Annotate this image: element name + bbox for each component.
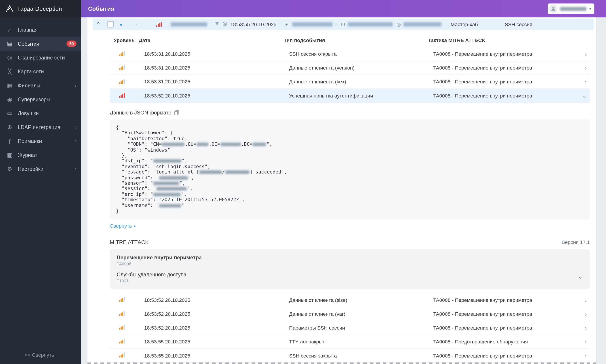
sidebar-item-branches[interactable]: ▦ Филиалы › <box>0 78 81 92</box>
sidebar-item-journal[interactable]: ▣ Журнал <box>0 148 81 162</box>
chevron-down-icon[interactable]: ⌄ <box>578 273 583 280</box>
event-date: 18:53:31 20.10.2025 <box>144 51 289 57</box>
sidebar-collapse-button[interactable]: << Свернуть <box>0 352 81 358</box>
ldap-globe-icon: ⊕ <box>6 124 13 130</box>
signal-level-icon <box>119 338 125 343</box>
chevron-right-icon[interactable]: › <box>575 311 590 317</box>
chevron-right-icon[interactable]: › <box>575 65 590 71</box>
event-date: 18:53:55 20.10.2025 <box>144 339 289 345</box>
chevron-right-icon[interactable]: › <box>575 78 590 85</box>
os-circle-icon: ◌ <box>335 22 338 27</box>
json-text: "username": " <box>116 203 159 208</box>
json-text: "timestamp": "2025-10-20T15:53:52.005822… <box>116 197 245 203</box>
sidebar-item-network-scan[interactable]: ◎ Сканирование сети <box>0 51 81 65</box>
event-type: Данные от клиента (var) <box>289 311 433 317</box>
app-root: Гарда Deception ⌂ Главная ▤ События 50 ◎… <box>0 0 606 364</box>
column-header-type: Тип подсобытия <box>284 38 428 43</box>
event-tactic: TA0008 - Перемещение внутри периметра <box>433 79 575 85</box>
supervisors-icon: ◉ <box>6 96 13 103</box>
chevron-right-icon[interactable]: › <box>575 297 590 303</box>
gear-icon: ⚙ <box>6 166 13 172</box>
chevron-right-icon[interactable]: › <box>575 338 590 345</box>
event-detail-card: ⌃ ● - 18:53:55 20.10.2025 ⊞ ◌ <box>88 17 596 364</box>
event-type: Успешная попытка аутентификации <box>289 93 433 99</box>
table-row[interactable]: 18:53:55 20.10.2025 SSH сессия закрыта T… <box>110 349 590 363</box>
status-dot-icon: ● <box>120 22 123 27</box>
parent-event-row[interactable]: ⌃ ● - 18:53:55 20.10.2025 ⊞ ◌ <box>93 19 594 30</box>
garda-logo-icon <box>5 5 14 13</box>
event-tactic: TA0008 - Перемещение внутри периметра <box>433 297 575 303</box>
json-line: "src_ip": "", <box>116 192 583 197</box>
monitor-icon: ⊡ <box>341 22 345 27</box>
empty-value-dash: - <box>135 22 137 27</box>
subevents-table-header: Уровень Дата Тип подсобытия Тактика MITR… <box>110 34 590 47</box>
chevron-right-icon[interactable]: › <box>575 325 590 331</box>
mitre-title: MITRE ATT&CK <box>110 239 149 245</box>
column-header-tactic: Тактика MITRE ATT&CK <box>428 38 575 43</box>
signal-level-icon <box>119 51 125 56</box>
redacted-value <box>199 171 222 174</box>
table-row[interactable]: 18:53:31 20.10.2025 SSH сессия открыта T… <box>110 47 590 61</box>
sidebar-item-supervisors[interactable]: ◉ Супервизоры <box>0 92 81 106</box>
content-area: ⌃ ● - 18:53:55 20.10.2025 ⊞ ◌ <box>81 17 606 364</box>
row-checkbox[interactable] <box>107 21 114 27</box>
event-type: Данные от клиента (version) <box>289 65 433 71</box>
collapse-row-chevron-up-icon[interactable]: ⌃ <box>96 21 101 28</box>
redacted-username <box>560 7 587 11</box>
json-line: "password": "", <box>116 175 583 181</box>
redacted-value <box>154 159 181 163</box>
sidebar-item-settings[interactable]: ⚙ Настройки › <box>0 162 81 176</box>
table-row[interactable]: 18:53:55 20.10.2025 TTY лог закрыт TA000… <box>110 335 590 349</box>
network-map-icon: ╳ <box>6 68 13 75</box>
redacted-value <box>225 171 249 174</box>
sidebar-item-network-map[interactable]: ╳ Карта сети <box>0 65 81 78</box>
user-menu[interactable]: ▾ <box>548 4 594 14</box>
redacted-value <box>154 193 181 196</box>
json-text: { <box>116 125 119 130</box>
event-tactic: TA0008 - Перемещение внутри периметра <box>433 311 575 317</box>
filter-funnel-icon[interactable] <box>215 22 219 27</box>
event-tactic: TA0005 - Предотвращение обнаружения <box>433 339 575 345</box>
json-text: }, <box>116 153 127 158</box>
chevron-right-icon[interactable]: › <box>575 51 590 57</box>
table-row[interactable]: 18:53:31 20.10.2025 Данные от клиента (k… <box>110 75 590 89</box>
radar-icon: ◎ <box>6 54 13 61</box>
column-header-date: Дата <box>139 38 284 43</box>
sidebar-item-home[interactable]: ⌂ Главная <box>0 23 81 37</box>
sidebar-item-label: Сканирование сети <box>18 55 77 61</box>
chevron-down-icon[interactable]: ⌄ <box>575 92 590 99</box>
chevron-right-icon[interactable]: › <box>575 352 590 359</box>
json-text: ", <box>188 175 194 180</box>
mitre-technique-name[interactable]: Службы удаленного доступа <box>117 272 583 277</box>
event-type: SSH сессия закрыта <box>289 353 433 358</box>
sidebar-item-label: LDAP интеграция <box>18 124 75 130</box>
json-text: ] succeeded", <box>250 169 287 175</box>
hub-name: Мастер-хаб <box>451 22 478 27</box>
sidebar-item-traps[interactable]: ▭ Ловушки <box>0 106 81 120</box>
event-tactic: TA0008 - Перемещение внутри периметра <box>433 353 575 358</box>
sidebar-item-ldap[interactable]: ⊕ LDAP интеграция › <box>0 120 81 134</box>
exclude-circle-x-icon[interactable] <box>223 22 227 27</box>
event-date: 18:53:31 20.10.2025 <box>144 65 289 71</box>
sidebar-item-events[interactable]: ▤ События 50 <box>0 37 81 51</box>
copy-icon[interactable] <box>174 110 179 115</box>
table-row[interactable]: 18:53:31 20.10.2025 Данные от клиента (v… <box>110 61 590 75</box>
json-line: }, <box>116 153 583 158</box>
event-date: 18:53:31 20.10.2025 <box>144 79 289 85</box>
sidebar-item-lures[interactable]: ʃ Приманки › <box>0 134 81 148</box>
json-text: ", <box>187 186 193 191</box>
table-row[interactable]: 18:53:52 20.10.2025 Параметры SSH сессии… <box>110 321 590 335</box>
table-row-expanded[interactable]: 18:53:52 20.10.2025 Успешная попытка аут… <box>110 89 590 103</box>
redacted-value <box>159 204 181 208</box>
caret-down-icon: ▾ <box>589 6 592 11</box>
json-line: "timestamp": "2025-10-20T15:53:52.005822… <box>116 197 583 203</box>
signal-level-icon <box>156 22 162 27</box>
event-type: Данные от клиента (kex) <box>289 79 433 85</box>
collapse-json-link[interactable]: Свернуть ▴ <box>110 223 136 229</box>
redacted-trap-name <box>292 22 333 26</box>
mitre-technique-id: T1021 <box>117 278 583 283</box>
signal-level-icon <box>119 352 125 357</box>
chevron-right-icon: › <box>75 82 77 89</box>
table-row[interactable]: 18:53:52 20.10.2025 Данные от клиента (v… <box>110 307 590 321</box>
table-row[interactable]: 18:53:52 20.10.2025 Данные от клиента (s… <box>110 293 590 307</box>
